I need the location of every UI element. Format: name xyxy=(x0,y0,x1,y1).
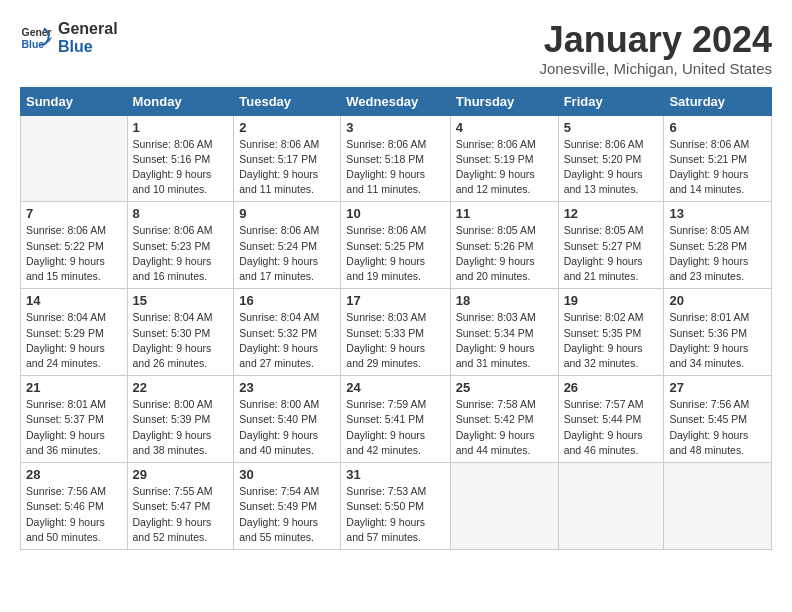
sunrise-label: Sunrise: 8:00 AM xyxy=(239,398,319,410)
calendar-cell: 26Sunrise: 7:57 AMSunset: 5:44 PMDayligh… xyxy=(558,376,664,463)
sunrise-label: Sunrise: 8:02 AM xyxy=(564,311,644,323)
calendar-cell: 25Sunrise: 7:58 AMSunset: 5:42 PMDayligh… xyxy=(450,376,558,463)
calendar-cell xyxy=(558,463,664,550)
calendar-cell: 19Sunrise: 8:02 AMSunset: 5:35 PMDayligh… xyxy=(558,289,664,376)
daylight-label: Daylight: 9 hours and 14 minutes. xyxy=(669,168,748,195)
logo-icon: General Blue xyxy=(20,22,52,54)
calendar-cell: 2Sunrise: 8:06 AMSunset: 5:17 PMDaylight… xyxy=(234,115,341,202)
day-detail: Sunrise: 8:06 AMSunset: 5:25 PMDaylight:… xyxy=(346,223,444,284)
sunset-label: Sunset: 5:20 PM xyxy=(564,153,642,165)
daylight-label: Daylight: 9 hours and 52 minutes. xyxy=(133,516,212,543)
day-number: 9 xyxy=(239,206,335,221)
daylight-label: Daylight: 9 hours and 55 minutes. xyxy=(239,516,318,543)
sunset-label: Sunset: 5:22 PM xyxy=(26,240,104,252)
calendar-cell: 20Sunrise: 8:01 AMSunset: 5:36 PMDayligh… xyxy=(664,289,772,376)
calendar-cell: 18Sunrise: 8:03 AMSunset: 5:34 PMDayligh… xyxy=(450,289,558,376)
day-detail: Sunrise: 8:06 AMSunset: 5:22 PMDaylight:… xyxy=(26,223,122,284)
day-number: 14 xyxy=(26,293,122,308)
daylight-label: Daylight: 9 hours and 21 minutes. xyxy=(564,255,643,282)
location-subtitle: Jonesville, Michigan, United States xyxy=(539,60,772,77)
day-detail: Sunrise: 8:04 AMSunset: 5:32 PMDaylight:… xyxy=(239,310,335,371)
day-number: 22 xyxy=(133,380,229,395)
page-header: General Blue General Blue January 2024 J… xyxy=(20,20,772,77)
calendar-cell: 8Sunrise: 8:06 AMSunset: 5:23 PMDaylight… xyxy=(127,202,234,289)
calendar-cell: 27Sunrise: 7:56 AMSunset: 5:45 PMDayligh… xyxy=(664,376,772,463)
sunrise-label: Sunrise: 7:56 AM xyxy=(669,398,749,410)
sunset-label: Sunset: 5:46 PM xyxy=(26,500,104,512)
calendar-cell: 24Sunrise: 7:59 AMSunset: 5:41 PMDayligh… xyxy=(341,376,450,463)
sunrise-label: Sunrise: 8:06 AM xyxy=(346,138,426,150)
sunrise-label: Sunrise: 7:53 AM xyxy=(346,485,426,497)
daylight-label: Daylight: 9 hours and 11 minutes. xyxy=(346,168,425,195)
sunrise-label: Sunrise: 8:05 AM xyxy=(564,224,644,236)
calendar-cell: 15Sunrise: 8:04 AMSunset: 5:30 PMDayligh… xyxy=(127,289,234,376)
calendar-cell: 6Sunrise: 8:06 AMSunset: 5:21 PMDaylight… xyxy=(664,115,772,202)
daylight-label: Daylight: 9 hours and 27 minutes. xyxy=(239,342,318,369)
day-number: 18 xyxy=(456,293,553,308)
calendar-body: 1Sunrise: 8:06 AMSunset: 5:16 PMDaylight… xyxy=(21,115,772,549)
calendar-cell: 30Sunrise: 7:54 AMSunset: 5:49 PMDayligh… xyxy=(234,463,341,550)
daylight-label: Daylight: 9 hours and 42 minutes. xyxy=(346,429,425,456)
sunrise-label: Sunrise: 8:06 AM xyxy=(26,224,106,236)
calendar-cell xyxy=(450,463,558,550)
calendar-cell: 4Sunrise: 8:06 AMSunset: 5:19 PMDaylight… xyxy=(450,115,558,202)
day-number: 20 xyxy=(669,293,766,308)
sunrise-label: Sunrise: 7:54 AM xyxy=(239,485,319,497)
day-number: 24 xyxy=(346,380,444,395)
sunrise-label: Sunrise: 8:00 AM xyxy=(133,398,213,410)
month-title: January 2024 xyxy=(539,20,772,60)
sunset-label: Sunset: 5:21 PM xyxy=(669,153,747,165)
day-detail: Sunrise: 8:06 AMSunset: 5:18 PMDaylight:… xyxy=(346,137,444,198)
day-number: 5 xyxy=(564,120,659,135)
daylight-label: Daylight: 9 hours and 11 minutes. xyxy=(239,168,318,195)
calendar-cell: 16Sunrise: 8:04 AMSunset: 5:32 PMDayligh… xyxy=(234,289,341,376)
calendar-cell: 5Sunrise: 8:06 AMSunset: 5:20 PMDaylight… xyxy=(558,115,664,202)
calendar-cell: 3Sunrise: 8:06 AMSunset: 5:18 PMDaylight… xyxy=(341,115,450,202)
daylight-label: Daylight: 9 hours and 13 minutes. xyxy=(564,168,643,195)
day-number: 23 xyxy=(239,380,335,395)
sunset-label: Sunset: 5:37 PM xyxy=(26,413,104,425)
daylight-label: Daylight: 9 hours and 38 minutes. xyxy=(133,429,212,456)
daylight-label: Daylight: 9 hours and 36 minutes. xyxy=(26,429,105,456)
sunrise-label: Sunrise: 8:06 AM xyxy=(239,224,319,236)
calendar-cell: 31Sunrise: 7:53 AMSunset: 5:50 PMDayligh… xyxy=(341,463,450,550)
day-detail: Sunrise: 8:05 AMSunset: 5:28 PMDaylight:… xyxy=(669,223,766,284)
daylight-label: Daylight: 9 hours and 34 minutes. xyxy=(669,342,748,369)
sunset-label: Sunset: 5:28 PM xyxy=(669,240,747,252)
logo: General Blue General Blue xyxy=(20,20,118,55)
day-number: 12 xyxy=(564,206,659,221)
day-detail: Sunrise: 7:53 AMSunset: 5:50 PMDaylight:… xyxy=(346,484,444,545)
calendar-table: SundayMondayTuesdayWednesdayThursdayFrid… xyxy=(20,87,772,550)
sunrise-label: Sunrise: 8:03 AM xyxy=(346,311,426,323)
calendar-cell: 1Sunrise: 8:06 AMSunset: 5:16 PMDaylight… xyxy=(127,115,234,202)
daylight-label: Daylight: 9 hours and 44 minutes. xyxy=(456,429,535,456)
daylight-label: Daylight: 9 hours and 19 minutes. xyxy=(346,255,425,282)
sunrise-label: Sunrise: 8:06 AM xyxy=(456,138,536,150)
daylight-label: Daylight: 9 hours and 50 minutes. xyxy=(26,516,105,543)
daylight-label: Daylight: 9 hours and 20 minutes. xyxy=(456,255,535,282)
calendar-week-row: 21Sunrise: 8:01 AMSunset: 5:37 PMDayligh… xyxy=(21,376,772,463)
day-number: 4 xyxy=(456,120,553,135)
day-detail: Sunrise: 7:55 AMSunset: 5:47 PMDaylight:… xyxy=(133,484,229,545)
day-detail: Sunrise: 8:02 AMSunset: 5:35 PMDaylight:… xyxy=(564,310,659,371)
sunrise-label: Sunrise: 8:05 AM xyxy=(669,224,749,236)
sunset-label: Sunset: 5:16 PM xyxy=(133,153,211,165)
daylight-label: Daylight: 9 hours and 23 minutes. xyxy=(669,255,748,282)
sunset-label: Sunset: 5:35 PM xyxy=(564,327,642,339)
sunset-label: Sunset: 5:19 PM xyxy=(456,153,534,165)
calendar-cell: 17Sunrise: 8:03 AMSunset: 5:33 PMDayligh… xyxy=(341,289,450,376)
sunset-label: Sunset: 5:41 PM xyxy=(346,413,424,425)
calendar-cell: 10Sunrise: 8:06 AMSunset: 5:25 PMDayligh… xyxy=(341,202,450,289)
sunrise-label: Sunrise: 8:06 AM xyxy=(669,138,749,150)
day-number: 26 xyxy=(564,380,659,395)
day-number: 1 xyxy=(133,120,229,135)
daylight-label: Daylight: 9 hours and 32 minutes. xyxy=(564,342,643,369)
day-detail: Sunrise: 7:54 AMSunset: 5:49 PMDaylight:… xyxy=(239,484,335,545)
day-number: 21 xyxy=(26,380,122,395)
sunrise-label: Sunrise: 8:04 AM xyxy=(133,311,213,323)
sunrise-label: Sunrise: 8:04 AM xyxy=(26,311,106,323)
sunset-label: Sunset: 5:39 PM xyxy=(133,413,211,425)
sunset-label: Sunset: 5:23 PM xyxy=(133,240,211,252)
day-number: 2 xyxy=(239,120,335,135)
day-detail: Sunrise: 7:56 AMSunset: 5:46 PMDaylight:… xyxy=(26,484,122,545)
